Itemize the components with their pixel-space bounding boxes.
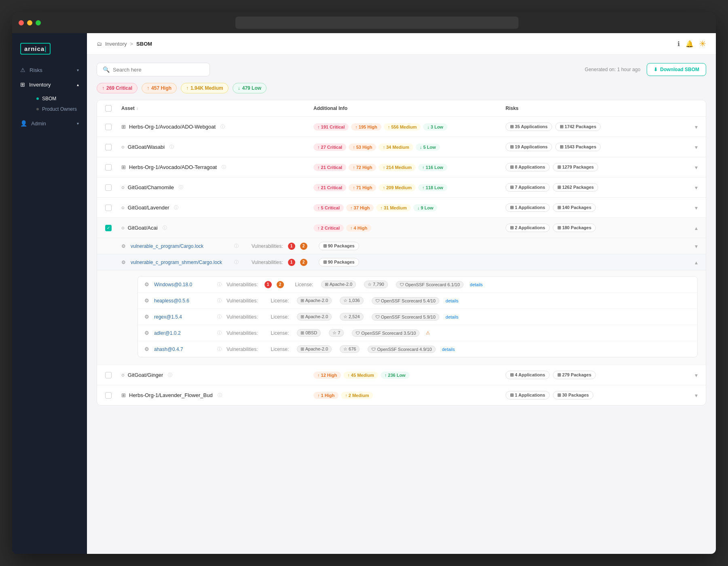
sub1-expand-button[interactable]: ▾	[695, 243, 698, 249]
row2-info-icon[interactable]: ⓘ	[169, 144, 174, 150]
close-button[interactable]	[19, 20, 24, 25]
critical-arrow-icon: ↑	[102, 85, 104, 91]
sidebar-item-admin[interactable]: 👤 Admin ▾	[12, 116, 87, 131]
row1-additional-info: ↑ 191 Critical ↑ 195 High ↑ 556 Medium ↓…	[313, 123, 506, 131]
row2-check[interactable]	[105, 144, 112, 150]
deep2-info-icon[interactable]: ⓘ	[217, 298, 222, 304]
row8-asset-name: Herbs-Org-1/Lavender_Flower_Bud	[129, 392, 213, 398]
deep1-details-link[interactable]: details	[470, 282, 483, 287]
row1-check[interactable]	[105, 124, 112, 130]
asset-table: Asset ↕ Additional Info Risks	[97, 100, 706, 405]
sub2-info-icon[interactable]: ⓘ	[234, 259, 239, 265]
row7-expand-button[interactable]: ▾	[695, 372, 698, 378]
sidebar: arnica| ⚠ Risks ▾ ⊞ Inventory ▴ SBOM	[12, 33, 87, 554]
sub1-info-icon[interactable]: ⓘ	[234, 243, 239, 249]
deep4-license-label: License:	[271, 330, 289, 336]
filter-high[interactable]: ↑ 457 High	[142, 83, 177, 93]
filter-low[interactable]: ↓ 479 Low	[233, 83, 267, 93]
row4-critical-badge: ↑ 21 Critical	[313, 184, 346, 191]
sidebar-item-product-owners[interactable]: Product Owners	[30, 104, 87, 114]
download-sbom-button[interactable]: ⬇ Download SBOM	[647, 63, 706, 76]
row4-info-icon[interactable]: ⓘ	[179, 184, 183, 190]
sub2-vuln-label: Vulnerabilities:	[252, 260, 283, 265]
low-label: 479 Low	[242, 85, 261, 91]
row2-expand-button[interactable]: ▾	[695, 144, 698, 150]
app-window: arnica| ⚠ Risks ▾ ⊞ Inventory ▴ SBOM	[12, 12, 716, 554]
row1-expand-button[interactable]: ▾	[695, 124, 698, 130]
risks-arrow-icon: ▾	[77, 68, 79, 72]
low-arrow-icon: ↓	[238, 85, 240, 91]
row3-info-icon[interactable]: ⓘ	[222, 164, 226, 170]
deep3-info-icon[interactable]: ⓘ	[217, 314, 222, 320]
row4-additional-info: ↑ 21 Critical ↑ 71 High ↑ 209 Medium ↑ 1…	[313, 184, 506, 191]
filter-critical[interactable]: ↑ 269 Critical	[97, 83, 138, 93]
filter-medium[interactable]: ↑ 1.94K Medium	[181, 83, 229, 93]
row2-checkbox[interactable]	[105, 144, 121, 150]
row8-checkbox[interactable]	[105, 392, 121, 399]
deep3-icon: ⚙	[144, 314, 149, 320]
row6-checkbox[interactable]: ✓	[105, 225, 121, 231]
sidebar-item-risks-label: Risks	[30, 67, 42, 73]
row7-additional-info: ↑ 12 High ↑ 45 Medium ↑ 236 Low	[313, 372, 506, 379]
info-icon[interactable]: ℹ	[677, 40, 680, 48]
sidebar-item-inventory[interactable]: ⊞ Inventory ▴	[12, 77, 87, 92]
minimize-button[interactable]	[27, 20, 32, 25]
user-avatar-icon[interactable]: ✳	[699, 39, 706, 49]
row6-info-icon[interactable]: ⓘ	[163, 225, 167, 231]
row2-additional-info: ↑ 27 Critical ↑ 53 High ↑ 34 Medium ↓ 5 …	[313, 144, 506, 151]
row6-asset-icon: ○	[121, 225, 125, 231]
sidebar-item-sbom[interactable]: SBOM	[30, 93, 87, 104]
deep3-details-link[interactable]: details	[446, 315, 459, 319]
row7-info-icon[interactable]: ⓘ	[168, 372, 172, 378]
row4-checkbox[interactable]	[105, 184, 121, 191]
row7-apps-badge: ⊞ 4 Applications	[506, 371, 550, 379]
row5-expand-button[interactable]: ▾	[695, 205, 698, 211]
row8-asset-icon: ⊞	[121, 392, 126, 398]
row5-check[interactable]	[105, 205, 112, 211]
row1-checkbox[interactable]	[105, 124, 121, 130]
row4-check[interactable]	[105, 184, 112, 191]
maximize-button[interactable]	[36, 20, 41, 25]
row3-checkbox[interactable]	[105, 164, 121, 171]
deep1-info-icon[interactable]: ⓘ	[217, 281, 222, 287]
topbar-icons: ℹ 🔔 ✳	[677, 39, 706, 49]
row8-check[interactable]	[105, 392, 112, 399]
row7-checkbox[interactable]	[105, 372, 121, 378]
row5-info-icon[interactable]: ⓘ	[174, 205, 178, 211]
search-input[interactable]	[113, 67, 202, 73]
row7-packages-badge: ⊞ 279 Packages	[553, 371, 596, 379]
breadcrumb-parent[interactable]: Inventory	[105, 41, 127, 47]
select-all-checkbox[interactable]	[105, 105, 112, 112]
deep5-vuln-label: Vulnerabilities:	[226, 346, 258, 352]
logo: arnica|	[20, 43, 51, 55]
deep2-details-link[interactable]: details	[446, 298, 459, 303]
row5-checkbox[interactable]	[105, 205, 121, 211]
row8-info-icon[interactable]: ⓘ	[218, 392, 222, 398]
row6-expand-button[interactable]: ▴	[695, 225, 698, 231]
row6-high-badge: ↑ 4 High	[346, 224, 371, 232]
row3-expand-button[interactable]: ▾	[695, 164, 698, 171]
high-arrow-icon: ↑	[147, 85, 149, 91]
row7-medium-badge: ↑ 45 Medium	[343, 372, 378, 379]
row4-expand-button[interactable]: ▾	[695, 184, 698, 191]
generated-on-label: Generated on: 1 hour ago	[585, 67, 640, 72]
asset-sort-icon[interactable]: ↕	[136, 106, 138, 111]
notifications-icon[interactable]: 🔔	[686, 40, 694, 48]
row7-check[interactable]	[105, 372, 112, 378]
row8-high-badge: ↑ 1 High	[313, 392, 339, 399]
row3-check[interactable]	[105, 164, 112, 171]
search-box[interactable]: 🔍	[97, 63, 210, 76]
row3-asset-name: Herbs-Org-1/Avocado/ADO-Terragoat	[129, 164, 217, 170]
deep5-details-link[interactable]: details	[442, 347, 455, 352]
sub2-name: vulnerable_c_program_shmem/Cargo.lock	[131, 260, 228, 265]
row8-expand-button[interactable]: ▾	[695, 392, 698, 399]
row1-info-icon[interactable]: ⓘ	[220, 124, 225, 130]
deep5-info-icon[interactable]: ⓘ	[217, 346, 222, 352]
deep4-info-icon[interactable]: ⓘ	[217, 330, 222, 336]
sidebar-item-inventory-label: Inventory	[29, 82, 51, 88]
table-row: ○ GitGoat/Lavender ⓘ ↑ 5 Critical ↑ 37 H…	[97, 198, 706, 218]
sidebar-item-risks[interactable]: ⚠ Risks ▾	[12, 63, 87, 77]
row2-asset-name: GitGoat/Wasabi	[128, 144, 165, 150]
sub2-expand-button[interactable]: ▴	[695, 259, 698, 266]
row6-check[interactable]: ✓	[105, 225, 112, 231]
